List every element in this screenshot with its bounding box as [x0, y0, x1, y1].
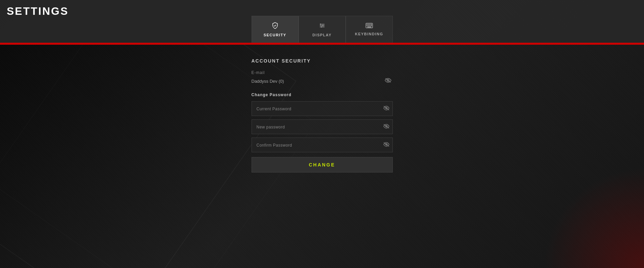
shield-icon [271, 22, 279, 31]
current-password-input[interactable] [252, 101, 393, 116]
svg-rect-10 [371, 24, 372, 25]
email-section: E-mail Daddyss Dev (0) [252, 70, 393, 86]
tab-keybinding-label: KEYBINDING [355, 32, 383, 36]
change-password-button[interactable]: CHANGE [252, 157, 393, 173]
email-label: E-mail [252, 70, 393, 75]
change-password-label: Change Password [252, 92, 393, 97]
top-bar: SETTINGS SECURITY [0, 0, 644, 44]
content-area: ACCOUNT SECURITY E-mail Daddyss Dev (0) … [0, 45, 644, 268]
svg-rect-11 [367, 25, 368, 26]
svg-rect-14 [371, 25, 372, 26]
new-password-input[interactable] [252, 119, 393, 134]
tab-security[interactable]: SECURITY [252, 16, 299, 43]
confirm-password-wrapper [252, 138, 393, 152]
display-icon [318, 22, 326, 31]
current-password-wrapper [252, 101, 393, 116]
tab-display-label: DISPLAY [312, 33, 332, 37]
tab-keybinding[interactable]: KEYBINDING [346, 16, 393, 43]
email-row: Daddyss Dev (0) [252, 76, 393, 86]
svg-rect-12 [368, 25, 369, 26]
email-value: Daddyss Dev (0) [252, 79, 284, 84]
tab-display[interactable]: DISPLAY [299, 16, 346, 43]
page-title: SETTINGS [7, 5, 69, 17]
tabs-container: SECURITY DISPLAY [252, 16, 393, 43]
keyboard-icon [366, 23, 373, 30]
new-password-wrapper [252, 119, 393, 134]
email-visibility-toggle[interactable] [383, 76, 393, 86]
security-panel: ACCOUNT SECURITY E-mail Daddyss Dev (0) … [252, 58, 393, 173]
tab-security-label: SECURITY [264, 33, 287, 37]
svg-rect-7 [367, 24, 368, 25]
confirm-password-input[interactable] [252, 138, 393, 152]
svg-rect-13 [369, 25, 370, 26]
top-divider [0, 44, 644, 45]
svg-rect-8 [368, 24, 369, 25]
section-title: ACCOUNT SECURITY [252, 58, 393, 64]
svg-rect-15 [367, 27, 371, 28]
current-password-visibility-toggle[interactable] [383, 106, 389, 112]
confirm-password-visibility-toggle[interactable] [383, 142, 389, 148]
svg-rect-9 [369, 24, 370, 25]
new-password-visibility-toggle[interactable] [383, 124, 389, 130]
